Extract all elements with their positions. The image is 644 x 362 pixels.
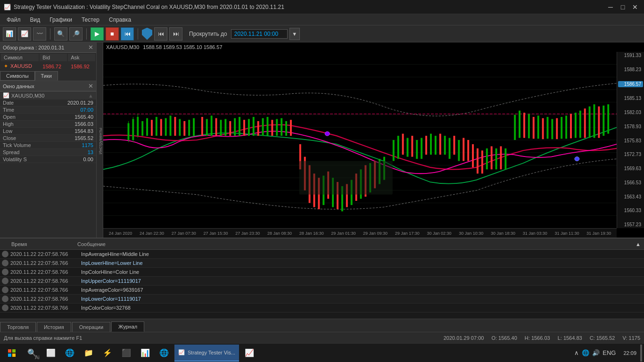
excel-icon[interactable]: 📊 — [137, 345, 154, 362]
svg-rect-47 — [271, 120, 273, 136]
svg-rect-121 — [12, 349, 16, 353]
svg-rect-101 — [537, 115, 539, 139]
tab-journal[interactable]: Журнал — [111, 321, 144, 332]
svg-rect-50 — [285, 121, 287, 136]
svg-rect-85 — [458, 140, 460, 161]
toolbar-btn-3[interactable]: 〰 — [33, 27, 46, 41]
app-icon-taskbar: 📈 — [178, 349, 185, 355]
tab-history[interactable]: История — [37, 322, 71, 332]
status-right: 2020.01.29 07:00 O: 1565.40 H: 1566.03 L… — [444, 335, 640, 341]
active-app-btn[interactable]: 📈 Strategy Tester Vis... — [174, 345, 239, 362]
data-window-header: Окно данных ✕ — [0, 81, 96, 91]
svg-rect-89 — [477, 148, 479, 173]
time-2: 27 Jan 07:30 — [172, 231, 196, 236]
svg-rect-93 — [495, 148, 497, 170]
data-row-low: Low 1564.83 — [0, 128, 96, 135]
log-row-2: 2020.11.22 22:07:58.766 InpColorHline=Co… — [0, 268, 644, 277]
status-open: O: 1565.40 — [491, 335, 517, 341]
minimize-button[interactable]: ─ — [605, 2, 616, 12]
zoom-in-button[interactable]: 🔍 — [54, 27, 67, 41]
terminal-icon[interactable]: ⬛ — [118, 345, 135, 362]
vscode-icon[interactable]: ⚡ — [99, 345, 116, 362]
tab-ticks[interactable]: Тики — [35, 71, 58, 81]
svg-rect-87 — [467, 140, 469, 161]
edge-icon[interactable]: 🌐 — [61, 345, 78, 362]
svg-rect-27 — [174, 117, 176, 136]
taskview-icon[interactable]: ⬜ — [42, 345, 59, 362]
svg-rect-97 — [519, 111, 520, 138]
tab-operations[interactable]: Операции — [72, 322, 110, 332]
menu-file[interactable]: Файл — [2, 16, 25, 24]
market-tabs: Символы Тики — [0, 71, 96, 81]
svg-rect-26 — [170, 115, 172, 136]
svg-rect-28 — [179, 119, 181, 136]
data-window-close[interactable]: ✕ — [88, 82, 93, 90]
price-current: 1586.57 — [618, 81, 643, 87]
log-msg-5: InpLowerColor=11119017 — [81, 296, 644, 302]
title-bar: 📈 Strategy Tester Visualization : Volati… — [0, 0, 644, 14]
toolbar-btn-next[interactable]: ⏭ — [169, 27, 182, 41]
time-0: 24 Jan 2020 — [109, 231, 132, 236]
maximize-button[interactable]: □ — [618, 2, 628, 12]
log-time-2: 2020.11.22 22:07:58.766 — [10, 269, 81, 275]
tab-trading[interactable]: Торговля — [0, 322, 36, 332]
log-msg-3: InpUpperColor=11119017 — [81, 278, 644, 284]
explorer-icon[interactable]: 📁 — [80, 345, 97, 362]
data-window-subheader: 📈 XAUUSD,M30 ▲ — [0, 91, 96, 99]
show-desktop-btn[interactable] — [640, 345, 642, 362]
log-area[interactable]: 2020.11.22 22:07:58.766 InpAverageHline=… — [0, 250, 644, 319]
price-1591: 1591.33 — [618, 53, 643, 58]
lang-indicator[interactable]: ENG — [603, 349, 616, 356]
tab-symbols[interactable]: Символы — [0, 71, 35, 81]
stop-button[interactable]: ■ — [106, 27, 119, 41]
svg-rect-42 — [248, 119, 250, 136]
taskbar-left: 🔍 ⬜ 🌐 📁 ⚡ ⬛ 📊 🌐 📈 Strategy Tester Vis...… — [2, 345, 258, 362]
log-col-msg: Сообщение — [77, 241, 636, 247]
svg-rect-82 — [444, 136, 446, 155]
svg-rect-99 — [528, 114, 530, 139]
log-time-5: 2020.11.22 22:07:58.766 — [10, 296, 81, 302]
menu-charts[interactable]: Графики — [45, 16, 77, 24]
play-button[interactable]: ▶ — [91, 27, 104, 41]
market-overview-close[interactable]: ✕ — [88, 44, 93, 51]
start-button[interactable] — [2, 345, 22, 362]
svg-rect-112 — [589, 107, 591, 138]
menu-help[interactable]: Справка — [104, 16, 136, 24]
close-button[interactable]: ✕ — [630, 2, 640, 12]
scroll-input[interactable] — [231, 29, 288, 39]
svg-rect-77 — [421, 138, 422, 159]
svg-rect-32 — [201, 117, 203, 136]
menu-tester[interactable]: Тестер — [77, 16, 104, 24]
svg-rect-31 — [193, 118, 195, 136]
mt4-icon[interactable]: 📈 — [241, 345, 258, 362]
rewind-button[interactable]: ⏮ — [121, 27, 134, 41]
clock[interactable]: 22:09 — [623, 350, 636, 356]
ai-label: Ai — [35, 354, 40, 360]
chrome-icon[interactable]: 🌐 — [156, 345, 173, 362]
taskbar-right: ∧ 🌐 🔊 ENG 22:09 Ai — [574, 345, 642, 362]
market-row: ✦ XAUUSD 1586.72 1586.92 — [1, 62, 95, 70]
time-6: 28 Jan 16:30 — [299, 231, 324, 236]
toolbar-btn-2[interactable]: 📈 — [18, 27, 31, 41]
log-dot-5 — [2, 296, 8, 302]
svg-rect-114 — [598, 107, 600, 138]
time-4: 27 Jan 23:30 — [235, 231, 260, 236]
svg-rect-75 — [411, 136, 413, 157]
zoom-out-button[interactable]: 🔎 — [69, 27, 83, 41]
menu-view[interactable]: Вид — [25, 16, 45, 24]
toolbar-btn-prev[interactable]: ⏮ — [154, 27, 167, 41]
svg-rect-30 — [188, 120, 190, 136]
log-dot-3 — [2, 278, 8, 284]
chart-area[interactable]: XAUUSD,M30 1588.58 1589.53 1585.10 1586.… — [103, 42, 644, 238]
scroll-dropdown[interactable]: ▼ — [289, 28, 300, 40]
svg-rect-116 — [607, 104, 609, 133]
chart-canvas[interactable] — [103, 52, 617, 228]
svg-rect-110 — [579, 111, 581, 138]
log-scroll-up[interactable]: ▲ — [636, 241, 642, 247]
tray-up-arrow[interactable]: ∧ — [574, 349, 579, 356]
symbol-cell[interactable]: ✦ XAUUSD — [1, 62, 39, 70]
toolbar-btn-1[interactable]: 📊 — [3, 27, 16, 41]
svg-rect-119 — [299, 161, 393, 195]
sound-icon[interactable]: 🔊 — [592, 349, 600, 356]
network-icon[interactable]: 🌐 — [582, 349, 589, 356]
